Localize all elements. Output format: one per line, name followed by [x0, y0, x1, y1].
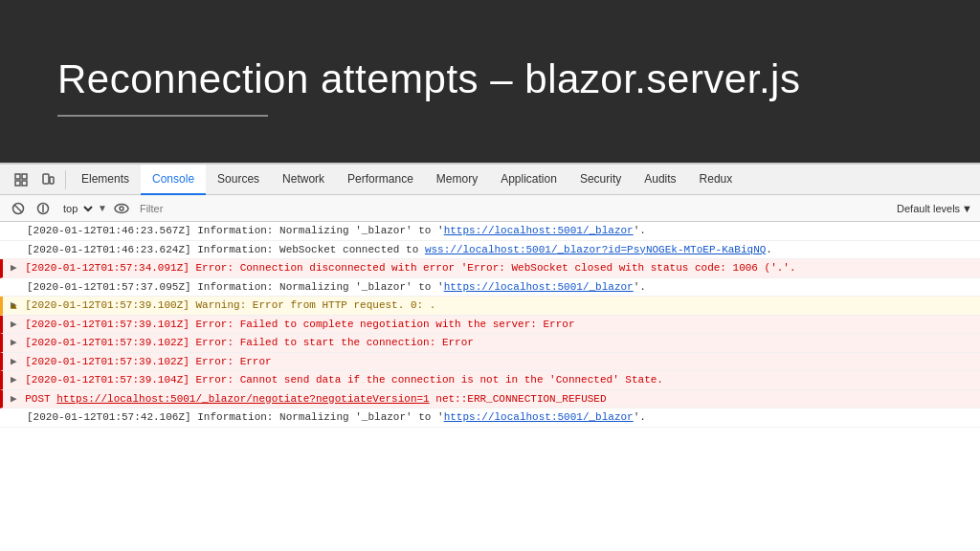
expand-icon[interactable]: ▶ — [11, 337, 17, 348]
expand-icon[interactable]: ▶ — [11, 374, 17, 386]
tab-application[interactable]: Application — [489, 165, 568, 195]
context-selector[interactable]: top — [57, 202, 96, 215]
context-selector-wrap: top ▼ — [57, 202, 107, 215]
inspector-icon[interactable] — [8, 166, 34, 193]
svg-line-7 — [14, 205, 22, 212]
tab-memory[interactable]: Memory — [425, 165, 489, 195]
header: Reconnection attempts – blazor.server.js — [0, 0, 980, 163]
log-line-warning: ▲ ▶ [2020-01-12T01:57:39.100Z] Warning: … — [0, 297, 980, 316]
default-levels-label: Default levels — [897, 203, 960, 214]
svg-rect-0 — [15, 174, 20, 179]
log-line: [2020-01-12T01:46:23.567Z] Information: … — [0, 222, 980, 241]
svg-rect-1 — [22, 174, 27, 179]
expand-icon[interactable]: ▶ — [11, 262, 17, 274]
tab-sources[interactable]: Sources — [206, 165, 271, 195]
expand-icon[interactable]: ▶ — [11, 356, 17, 367]
devtools-panel: Elements Console Sources Network Perform… — [0, 163, 980, 551]
header-underline — [57, 115, 268, 117]
log-line-error: ▶ [2020-01-12T01:57:39.104Z] Error: Cann… — [0, 371, 980, 390]
expand-icon[interactable]: ▶ — [11, 393, 17, 405]
svg-rect-4 — [43, 174, 49, 184]
svg-rect-3 — [22, 181, 27, 186]
clear-console-button[interactable] — [8, 198, 29, 219]
tab-audits[interactable]: Audits — [633, 165, 687, 195]
log-line: [2020-01-12T01:57:42.106Z] Information: … — [0, 408, 980, 428]
filter-input[interactable] — [136, 199, 893, 218]
default-levels-dropdown[interactable]: Default levels ▼ — [897, 203, 972, 214]
log-line-network-error: ▶ POST https://localhost:5001/_blazor/ne… — [0, 390, 980, 409]
log-line-error: ▶ [2020-01-12T01:57:34.091Z] Error: Conn… — [0, 259, 980, 278]
log-line: [2020-01-12T01:46:23.624Z] Information: … — [0, 241, 980, 260]
expand-icon[interactable]: ▶ — [11, 319, 17, 330]
svg-rect-5 — [50, 177, 54, 184]
preserve-log-button[interactable] — [33, 198, 54, 219]
tab-separator — [65, 170, 66, 189]
svg-point-10 — [115, 204, 128, 212]
log-line-error: ▶ [2020-01-12T01:57:39.101Z] Error: Fail… — [0, 316, 980, 335]
tab-console[interactable]: Console — [141, 165, 206, 195]
tab-network[interactable]: Network — [271, 165, 336, 195]
chevron-down-icon: ▼ — [98, 203, 107, 213]
default-levels-chevron: ▼ — [962, 203, 972, 214]
warning-icon: ▲ — [11, 298, 17, 315]
console-toolbar: top ▼ Default levels ▼ — [0, 195, 980, 222]
log-line-error: ▶ [2020-01-12T01:57:39.102Z] Error: Erro… — [0, 353, 980, 372]
tab-redux[interactable]: Redux — [688, 165, 745, 195]
tab-security[interactable]: Security — [568, 165, 633, 195]
tab-elements[interactable]: Elements — [70, 165, 141, 195]
log-line: [2020-01-12T01:57:37.095Z] Information: … — [0, 278, 980, 298]
svg-point-11 — [120, 207, 123, 210]
tab-performance[interactable]: Performance — [336, 165, 425, 195]
log-line-error: ▶ [2020-01-12T01:57:39.102Z] Error: Fail… — [0, 334, 980, 353]
tab-bar: Elements Console Sources Network Perform… — [0, 165, 980, 195]
page-title: Reconnection attempts – blazor.server.js — [57, 55, 800, 103]
device-toolbar-icon[interactable] — [34, 166, 61, 193]
console-log: [2020-01-12T01:46:23.567Z] Information: … — [0, 222, 980, 551]
filter-eye-icon — [111, 198, 132, 219]
svg-rect-2 — [15, 181, 20, 186]
